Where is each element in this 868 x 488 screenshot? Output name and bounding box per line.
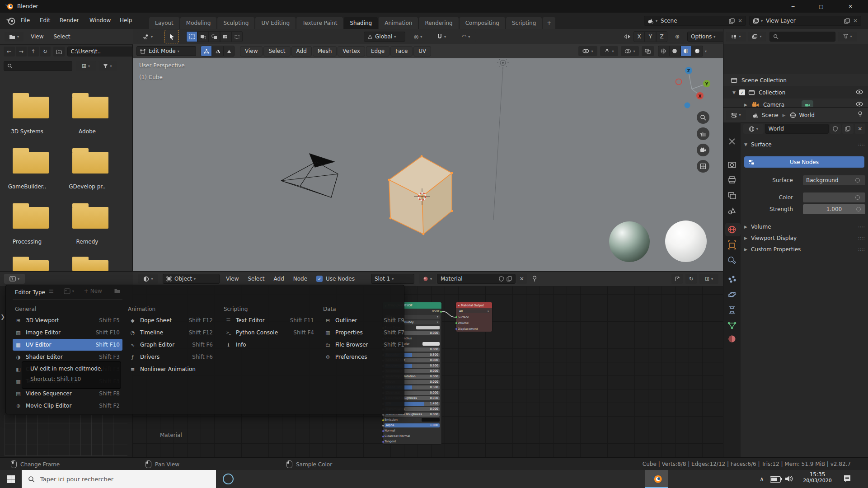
se-menu-node[interactable]: Node: [293, 276, 307, 282]
overlays-dropdown[interactable]: ▾: [621, 46, 639, 56]
menu-item-properties[interactable]: ▥PropertiesShift F7: [322, 327, 407, 338]
material-output-node[interactable]: ▾Material Output All▾ Surface Volume Dis…: [455, 302, 493, 332]
face-select-button[interactable]: [223, 46, 235, 56]
shader-type-dropdown[interactable]: Object▾: [163, 274, 220, 284]
custom-properties-panel-header[interactable]: ▶ Custom Properties ∷∷: [741, 244, 868, 255]
tab-texture-paint[interactable]: Texture Paint: [296, 17, 343, 29]
folder-label[interactable]: Remedy: [60, 239, 114, 245]
vp-menu-mesh[interactable]: Mesh: [313, 46, 337, 56]
tab-sculpting[interactable]: Sculpting: [217, 17, 254, 29]
folder-3d-systems[interactable]: [13, 97, 49, 118]
fake-user-shield-icon[interactable]: [499, 276, 504, 282]
battery-icon[interactable]: [770, 476, 781, 483]
menu-item-text-editor[interactable]: ☰Text EditorShift F11: [223, 314, 317, 326]
active-tool-dropdown[interactable]: ▾: [137, 32, 158, 42]
folder-gamebuilder[interactable]: [13, 152, 49, 174]
refresh-node-icon[interactable]: ↻: [685, 274, 697, 284]
refresh-icon[interactable]: ↻: [40, 47, 51, 56]
outliner-row-collection[interactable]: ▼ ✓ Collection: [723, 86, 868, 99]
select-box-button[interactable]: [186, 31, 197, 42]
unlink-material-icon[interactable]: ✕: [516, 274, 527, 284]
vertex-select-button[interactable]: [201, 46, 212, 56]
menu-edit[interactable]: Edit: [40, 17, 50, 23]
breadcrumb-scene[interactable]: Scene: [762, 112, 779, 118]
folder-remedy[interactable]: [72, 207, 108, 229]
mode-dropdown[interactable]: Edit Mode▾: [136, 46, 196, 56]
rendered-shading-button[interactable]: [692, 46, 703, 56]
folder-partial[interactable]: [13, 260, 49, 271]
menu-item-movie-clip-editor[interactable]: ⊕Movie Clip EditorShift F2: [13, 400, 122, 412]
node-row[interactable]: Displacement: [456, 326, 492, 332]
tab-uv-editing[interactable]: UV Editing: [255, 17, 296, 29]
world-color-swatch[interactable]: [803, 192, 865, 202]
minimize-button[interactable]: ─: [783, 0, 803, 13]
pin-icon[interactable]: [532, 276, 537, 282]
tab-modeling[interactable]: Modeling: [180, 17, 217, 29]
world-browse-button[interactable]: ▾: [743, 124, 764, 134]
scene-selector[interactable]: ▾ Scene ✕: [644, 16, 746, 26]
tweak-tool-button[interactable]: [164, 30, 179, 43]
start-button[interactable]: [0, 470, 22, 488]
up-icon[interactable]: ↑: [28, 47, 39, 56]
tab-animation[interactable]: Animation: [379, 17, 418, 29]
node-row[interactable]: Alpha1.000: [383, 422, 441, 428]
menu-item-uv-editor[interactable]: ▦UV EditorShift F10: [13, 339, 122, 351]
file-browser-type-button[interactable]: ▾: [5, 32, 23, 42]
outliner-search-input[interactable]: [769, 32, 835, 42]
folder-label[interactable]: GameBuilder..: [0, 183, 54, 190]
fb-menu-select[interactable]: Select: [53, 33, 70, 40]
tray-expand-icon[interactable]: ∧: [757, 474, 766, 483]
taskbar-clock[interactable]: 15:35 20/03/2020: [800, 471, 835, 483]
fake-user-shield-icon[interactable]: [830, 124, 840, 134]
vp-menu-add[interactable]: Add: [291, 46, 312, 56]
show-object-types-dropdown[interactable]: ▾: [578, 46, 597, 56]
menu-file[interactable]: File: [21, 17, 30, 23]
view-layer-selector[interactable]: ▾ View Layer ✕: [749, 16, 861, 26]
pin-id-icon[interactable]: [857, 111, 863, 119]
folder-label[interactable]: 3D Systems: [0, 128, 54, 135]
shader-editor-type-button[interactable]: ▾: [138, 274, 158, 284]
viewport-3d[interactable]: ▾ Global▾ ◎▾ ▾ ◠▾ X: [133, 29, 723, 271]
gizmos-dropdown[interactable]: ▾: [600, 46, 618, 56]
collection-checkbox[interactable]: ✓: [739, 89, 745, 95]
se-menu-add[interactable]: Add: [274, 276, 284, 282]
taskbar-blender-active[interactable]: [645, 470, 668, 488]
output-node-header[interactable]: ▾Material Output: [456, 302, 492, 308]
vp-menu-face[interactable]: Face: [390, 46, 413, 56]
file-search-input[interactable]: [4, 61, 72, 71]
use-nodes-checkbox[interactable]: ✓: [316, 276, 323, 282]
shading-options-caret-icon[interactable]: ▾: [705, 49, 707, 53]
mirror-x-toggle[interactable]: X: [633, 31, 645, 42]
transform-pivot-icon[interactable]: ⊕: [671, 32, 684, 42]
ortho-toggle-icon[interactable]: [697, 160, 709, 173]
se-menu-view[interactable]: View: [226, 276, 239, 282]
region-expand-icon[interactable]: ❯: [0, 314, 5, 320]
outliner-filter-button[interactable]: ▾: [838, 32, 857, 42]
display-mode-button[interactable]: ⊞▾: [76, 61, 96, 71]
unlink-world-icon[interactable]: ✕: [855, 124, 865, 134]
tab-layout[interactable]: Layout: [149, 17, 179, 29]
editor-type-button[interactable]: ▾: [4, 274, 25, 284]
tab-shading[interactable]: Shading: [344, 17, 378, 29]
cortana-icon[interactable]: [222, 473, 234, 485]
xray-toggle[interactable]: [642, 46, 654, 56]
node-row[interactable]: Tangent: [383, 439, 441, 444]
menu-item-preferences[interactable]: ⚙Preferences: [322, 351, 407, 363]
disclosure-icon[interactable]: ▶: [744, 103, 747, 107]
outliner-type-button[interactable]: ▾: [726, 32, 746, 42]
solid-shading-button[interactable]: [669, 46, 680, 56]
node-snap-dropdown[interactable]: ⊞▾: [699, 274, 718, 284]
volume-icon[interactable]: [784, 474, 793, 484]
wireframe-shading-button[interactable]: [658, 46, 669, 56]
orientation-dropdown[interactable]: Global▾: [364, 32, 405, 42]
strength-field[interactable]: 1.000: [803, 204, 865, 214]
vp-menu-vertex[interactable]: Vertex: [338, 46, 365, 56]
breadcrumb-world[interactable]: World: [799, 112, 815, 118]
tab-scripting[interactable]: Scripting: [506, 17, 542, 29]
panel-drag-dots-icon[interactable]: ∷∷: [858, 236, 865, 241]
folder-label[interactable]: Adobe: [60, 128, 114, 135]
edge-select-button[interactable]: [212, 46, 223, 56]
outliner-display-mode-button[interactable]: ▾: [748, 32, 766, 42]
vp-menu-edge[interactable]: Edge: [366, 46, 389, 56]
unlink-scene-icon[interactable]: ✕: [738, 18, 742, 24]
